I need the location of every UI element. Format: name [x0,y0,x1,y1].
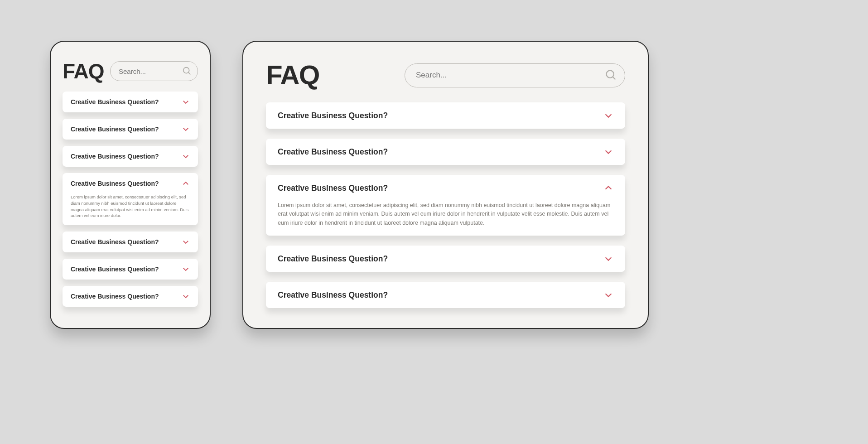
faq-card-desktop: FAQ Creative Business Question? Creative… [242,41,649,329]
faq-title: FAQ [266,62,319,89]
accordion-header[interactable]: Creative Business Question? [63,92,198,112]
question-text: Creative Business Question? [278,290,388,300]
accordion-list: Creative Business Question? Creative Bus… [266,102,625,308]
question-text: Creative Business Question? [71,153,159,160]
chevron-down-icon [182,125,190,133]
svg-point-0 [183,68,189,73]
question-text: Creative Business Question? [278,147,388,157]
accordion-item[interactable]: Creative Business Question? [63,259,198,280]
chevron-up-icon [603,183,613,193]
chevron-down-icon [603,254,613,264]
svg-line-1 [188,72,191,75]
search-icon [605,69,617,82]
search-input[interactable] [119,68,182,75]
search-input[interactable] [416,71,605,80]
accordion-header[interactable]: Creative Business Question? [63,119,198,140]
faq-header: FAQ [266,62,625,89]
accordion-item-expanded[interactable]: Creative Business Question? Lorem ipsum … [63,173,198,225]
chevron-down-icon [603,147,613,157]
chevron-down-icon [603,111,613,121]
question-text: Creative Business Question? [71,293,159,300]
accordion-header[interactable]: Creative Business Question? [266,246,625,272]
accordion-item[interactable]: Creative Business Question? [63,119,198,140]
svg-line-3 [613,77,616,80]
faq-card-mobile: FAQ Creative Business Question? Creative… [50,41,211,329]
chevron-down-icon [182,292,190,300]
question-text: Creative Business Question? [71,125,159,133]
accordion-item[interactable]: Creative Business Question? [266,139,625,165]
question-text: Creative Business Question? [71,238,159,246]
accordion-item[interactable]: Creative Business Question? [63,286,198,307]
accordion-item[interactable]: Creative Business Question? [63,92,198,112]
question-text: Creative Business Question? [278,183,388,193]
accordion-list: Creative Business Question? Creative Bus… [63,92,198,307]
search-icon [182,66,192,76]
accordion-item[interactable]: Creative Business Question? [266,282,625,308]
question-text: Creative Business Question? [71,98,159,106]
answer-text: Lorem ipsum dolor sit amet, consectetuer… [266,201,625,236]
accordion-header[interactable]: Creative Business Question? [266,102,625,129]
accordion-item[interactable]: Creative Business Question? [266,246,625,272]
accordion-item[interactable]: Creative Business Question? [63,232,198,252]
accordion-header[interactable]: Creative Business Question? [63,286,198,307]
accordion-item[interactable]: Creative Business Question? [266,102,625,129]
question-text: Creative Business Question? [71,265,159,273]
accordion-header[interactable]: Creative Business Question? [63,232,198,252]
search-field[interactable] [405,63,625,87]
accordion-item[interactable]: Creative Business Question? [63,146,198,167]
accordion-header[interactable]: Creative Business Question? [63,146,198,167]
accordion-item-expanded[interactable]: Creative Business Question? Lorem ipsum … [266,175,625,236]
svg-point-2 [607,71,614,78]
chevron-down-icon [182,265,190,273]
chevron-down-icon [182,98,190,106]
question-text: Creative Business Question? [71,180,159,187]
chevron-down-icon [182,238,190,246]
answer-text: Lorem ipsum dolor sit amet, consectetuer… [63,194,198,225]
accordion-header[interactable]: Creative Business Question? [266,175,625,201]
faq-title: FAQ [63,61,104,82]
faq-header: FAQ [63,61,198,82]
chevron-down-icon [603,290,613,300]
accordion-header[interactable]: Creative Business Question? [266,139,625,165]
question-text: Creative Business Question? [278,111,388,121]
accordion-header[interactable]: Creative Business Question? [63,259,198,280]
accordion-header[interactable]: Creative Business Question? [266,282,625,308]
accordion-header[interactable]: Creative Business Question? [63,173,198,194]
chevron-down-icon [182,152,190,160]
search-field[interactable] [110,61,198,81]
question-text: Creative Business Question? [278,254,388,264]
chevron-up-icon [182,179,190,188]
